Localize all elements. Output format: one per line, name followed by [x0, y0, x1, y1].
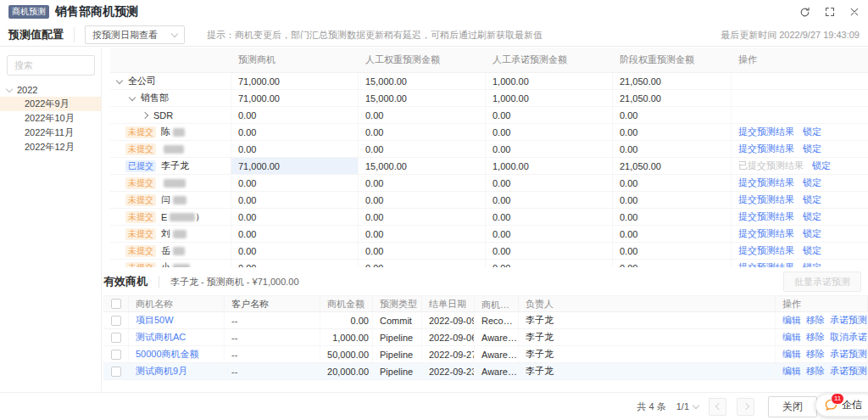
valid-opps-section-bar: 有效商机 李子龙 - 预测商机 - ¥71,000.00 批量承诺预测	[103, 270, 861, 294]
customer-cell: --	[225, 312, 320, 328]
action-link[interactable]: 取消承诺	[830, 331, 867, 344]
action-link[interactable]: 锁定	[803, 244, 821, 257]
select-all-checkbox[interactable]	[111, 299, 121, 309]
action-link[interactable]: 移除	[806, 314, 825, 327]
tree-item-label: 2022年11月	[25, 126, 74, 139]
action-link[interactable]: 承诺预测	[830, 348, 867, 361]
action-link[interactable]: 移除	[806, 348, 825, 361]
row-checkbox[interactable]	[111, 333, 121, 343]
person-name: 陈	[161, 126, 170, 138]
status-badge: 未提交	[125, 126, 156, 138]
action-link[interactable]: 提交预测结果	[738, 227, 794, 240]
action-link[interactable]: 锁定	[803, 261, 821, 267]
opportunity-name-link[interactable]: 50000商机金额	[136, 348, 199, 361]
action-link[interactable]: 锁定	[812, 160, 831, 172]
batch-commit-button[interactable]: 批量承诺预测	[783, 272, 861, 292]
action-link[interactable]: 锁定	[803, 126, 821, 138]
action-link[interactable]: 承诺预测	[830, 314, 867, 327]
action-link[interactable]: 移除	[806, 331, 825, 344]
action-link[interactable]: 编辑	[782, 331, 801, 344]
opportunity-name-link[interactable]: 测试商机9月	[136, 365, 187, 378]
action-link[interactable]: 锁定	[803, 193, 821, 206]
action-link[interactable]: 提交预测结果	[738, 126, 794, 138]
action-link[interactable]: 提交预测结果	[738, 210, 794, 223]
amount-cell: 0.00	[320, 312, 373, 328]
opportunity-name-link[interactable]: 测试商机AC	[136, 331, 186, 344]
action-link[interactable]: 提交预测结果	[738, 176, 794, 189]
forecast-value-cell: 0.00	[231, 192, 359, 208]
forecast-actions-cell: 提交预测结果锁定	[732, 124, 868, 140]
action-link[interactable]: 锁定	[803, 210, 821, 223]
action-link[interactable]: 提交预测结果	[738, 143, 794, 155]
forecast-view-select-value: 按预测日期查看	[92, 29, 158, 42]
forecast-value-cell: 0.00	[613, 141, 732, 157]
opps-col-header: 预测类型	[373, 296, 422, 311]
fullscreen-icon[interactable]	[825, 7, 835, 17]
hint-text: 提示：商机变更后，部门汇总预测数据更新稍有延迟，可稍后通过刷新获取最新值	[207, 29, 542, 42]
chevron-right-icon	[142, 111, 148, 118]
expand-caret-icon[interactable]	[117, 78, 122, 85]
tree-item-2022年11月[interactable]: 2022年11月	[0, 126, 101, 140]
forecast-col-header: 操作	[732, 48, 868, 72]
action-link[interactable]: 提交预测结果	[738, 193, 794, 206]
forecast-col-header: 人工权重预测金额	[359, 48, 486, 72]
notification-badge: 11	[831, 393, 844, 405]
row-checkbox[interactable]	[111, 316, 121, 326]
tree-caret-icon[interactable]	[7, 87, 17, 93]
forecast-value-cell: 0.00	[231, 141, 359, 157]
last-update-time: 最后更新时间 2022/9/27 19:43:09	[721, 29, 860, 42]
opportunity-row: 项目50W--0.00Commit2022-09-09Recommendati.…	[103, 312, 868, 329]
tree-item-2022年9月[interactable]: 2022年9月	[0, 97, 101, 111]
person-name-suffix: ）	[195, 210, 204, 223]
opps-col-header: 商机名称	[129, 296, 225, 311]
forecast-value-cell: 0.00	[613, 209, 732, 225]
search-input[interactable]	[7, 55, 95, 76]
action-link[interactable]: 承诺预测	[830, 365, 867, 378]
forecast-view-select[interactable]: 按预测日期查看	[85, 25, 185, 44]
prev-page-button[interactable]	[709, 398, 726, 416]
action-link[interactable]: 锁定	[803, 143, 821, 155]
forecast-value-cell: 0.00	[486, 209, 613, 225]
expand-caret-icon[interactable]	[142, 113, 147, 118]
refresh-icon[interactable]	[799, 7, 810, 18]
action-link[interactable]: 锁定	[803, 176, 821, 189]
close-button[interactable]: 关闭	[768, 396, 817, 417]
tree-item-2022[interactable]: 2022	[0, 82, 101, 97]
person-name: 小	[161, 261, 170, 267]
action-link[interactable]: 提交预测结果	[738, 244, 794, 257]
person-name: 李子龙	[161, 160, 189, 172]
person-name: 刘	[161, 227, 170, 240]
forecast-name-cell: 全公司	[110, 73, 231, 89]
close-icon[interactable]	[849, 7, 860, 17]
action-link[interactable]: 提交预测结果	[738, 261, 794, 267]
forecast-row: 销售部71,000.0015,000.001,000.0021,050.00	[110, 90, 868, 107]
action-link[interactable]: 编辑	[782, 314, 801, 327]
tree-item-2022年12月[interactable]: 2022年12月	[0, 140, 101, 154]
next-page-button[interactable]	[737, 398, 754, 416]
row-checkbox[interactable]	[111, 350, 121, 360]
page-select[interactable]: 1/1	[676, 401, 698, 412]
forecast-row: SDR0.000.000.000.00	[110, 107, 868, 124]
window-controls	[799, 7, 860, 18]
config-label: 预测值配置	[8, 27, 75, 42]
forecast-value-cell: 15,000.00	[359, 90, 486, 106]
tree-item-2022年10月[interactable]: 2022年10月	[0, 111, 101, 126]
forecast-table-body: 全公司71,000.0015,000.001,000.0021,050.00销售…	[110, 73, 868, 267]
forecast-value-cell: 0.00	[486, 175, 613, 191]
chat-pill[interactable]: 11 企信	[815, 394, 868, 417]
forecast-value-cell: 1,000.00	[486, 158, 613, 174]
action-link[interactable]: 编辑	[782, 365, 801, 378]
forecast-value-cell: 0.00	[231, 107, 359, 123]
action-link[interactable]: 移除	[806, 365, 825, 378]
row-checkbox-cell	[103, 346, 129, 362]
action-link[interactable]: 编辑	[782, 348, 801, 361]
forecast-row: 未提交0.000.000.000.00提交预测结果锁定	[110, 175, 868, 192]
total-count: 共 4 条	[637, 400, 665, 413]
opportunity-name-link[interactable]: 项目50W	[136, 314, 174, 327]
redacted-text	[173, 128, 185, 137]
org-name: 销售部	[141, 92, 169, 104]
action-link[interactable]: 锁定	[803, 227, 821, 240]
row-checkbox[interactable]	[111, 367, 121, 377]
owner-cell: 李子龙	[519, 363, 776, 379]
expand-caret-icon[interactable]	[130, 95, 135, 102]
